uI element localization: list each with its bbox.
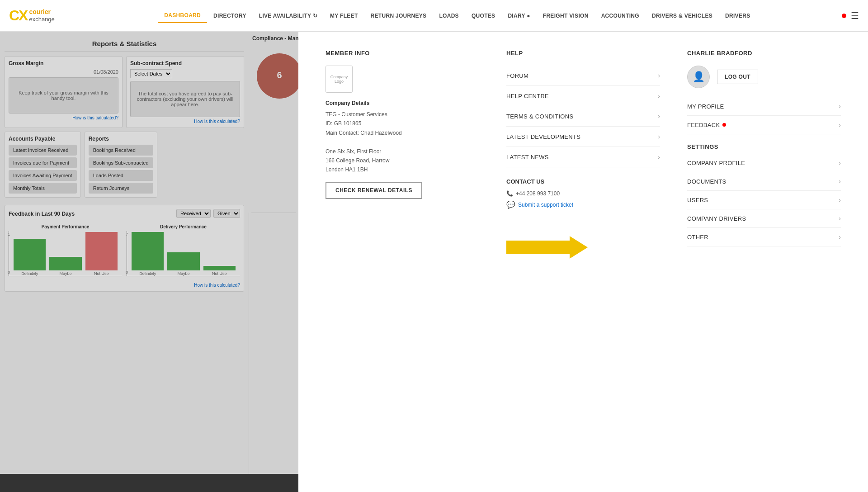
subcontract-calc[interactable]: How is this calculated? [130, 119, 240, 124]
gross-margin-section: Gross Margin 01/08/2020 Keep track of yo… [5, 56, 123, 128]
feedback-title: Feedback in Last 90 Days [9, 211, 75, 217]
nav-accounting[interactable]: ACCOUNTING [595, 9, 646, 23]
dropdown-overlay: MEMBER INFO Company Logo Company Details… [298, 32, 868, 492]
company-drivers-label: COMPANY DRIVERS [687, 215, 746, 222]
phone-number: +44 208 993 7100 [516, 190, 560, 197]
gross-margin-date: 01/08/2020 [9, 69, 118, 75]
company-profile-item[interactable]: COMPANY PROFILE › [687, 154, 841, 172]
accounts-payable-section: Accounts Payable Latest Invoices Receive… [5, 132, 81, 198]
support-ticket-link[interactable]: Submit a support ticket [518, 202, 573, 208]
nav-drivers-vehicles[interactable]: DRIVERS & VEHICLES [646, 9, 719, 23]
select-dates-dropdown[interactable]: Select Dates [130, 69, 172, 78]
help-title: HELP [506, 50, 660, 57]
reports-label: Reports [89, 136, 153, 142]
delivery-chart-title: Delivery Performance [127, 224, 240, 229]
monthly-totals-btn[interactable]: Monthly Totals [9, 183, 77, 194]
other-chevron: › [839, 233, 841, 241]
nav-my-fleet[interactable]: MY FLEET [324, 9, 364, 23]
my-profile-item[interactable]: MY PROFILE › [687, 97, 841, 116]
help-centre-item[interactable]: HELP CENTRE › [506, 86, 660, 106]
phone-icon: 📞 [506, 190, 513, 197]
latest-news-label: LATEST NEWS [506, 154, 549, 161]
reports-title: Reports & Statistics [5, 36, 244, 52]
my-profile-label: MY PROFILE [687, 103, 724, 110]
nav-right: ☰ [842, 10, 859, 21]
latest-news-chevron: › [658, 153, 660, 161]
company-drivers-chevron: › [839, 215, 841, 222]
bar-notuse-delivery: Not Use [203, 266, 236, 276]
nav-quotes[interactable]: QUOTES [465, 9, 501, 23]
member-info-column: MEMBER INFO Company Logo Company Details… [326, 50, 479, 474]
nav-drivers[interactable]: DRIVERS [719, 9, 756, 23]
help-centre-label: HELP CENTRE [506, 93, 549, 99]
nav-live-availability[interactable]: LIVE AVAILABILITY ↻ [253, 9, 324, 23]
nav-dashboard[interactable]: DASHBOARD [158, 9, 207, 23]
ticket-icon: 💬 [506, 200, 515, 209]
nav-loads[interactable]: LOADS [433, 9, 465, 23]
my-profile-chevron: › [839, 103, 841, 110]
big-arrow [506, 236, 660, 259]
latest-news-item[interactable]: LATEST NEWS › [506, 147, 660, 167]
feedback-received-select[interactable]: Received [176, 209, 211, 218]
member-info-title: MEMBER INFO [326, 50, 479, 57]
bar-maybe-payment: Maybe [49, 257, 81, 276]
arrow-head [570, 236, 588, 259]
gross-margin-label: Gross Margin [9, 60, 118, 66]
hamburger-icon[interactable]: ☰ [851, 10, 859, 21]
company-logo: Company Logo [326, 66, 353, 93]
top-nav: CX courier exchange DASHBOARD DIRECTORY … [0, 0, 868, 32]
latest-dev-item[interactable]: LATEST DEVELOPMENTS › [506, 127, 660, 147]
arrow-container [506, 236, 660, 259]
invoices-awaiting-btn[interactable]: Invoices Awaiting Payment [9, 170, 77, 181]
user-section-title: CHARLIE BRADFORD [687, 50, 841, 57]
nav-diary[interactable]: DIARY ● [501, 9, 536, 23]
feedback-calc-link[interactable]: How is this calculated? [9, 283, 240, 288]
company-details-text: TEG - Customer Services ID: GB 101865 Ma… [326, 110, 479, 175]
forum-chevron: › [658, 72, 660, 79]
gross-margin-box: Keep track of your gross margin with thi… [9, 77, 118, 114]
users-item[interactable]: USERS › [687, 191, 841, 209]
invoices-due-btn[interactable]: Invoices due for Payment [9, 157, 77, 168]
help-centre-chevron: › [658, 92, 660, 99]
gross-margin-calc[interactable]: How is this calculated? [9, 115, 118, 120]
svg-text:6: 6 [277, 70, 282, 80]
terms-item[interactable]: TERMS & CONDITIONS › [506, 106, 660, 127]
latest-invoices-btn[interactable]: Latest Invoices Received [9, 145, 77, 156]
terms-chevron: › [658, 113, 660, 120]
nav-directory[interactable]: DIRECTORY [207, 9, 253, 23]
documents-chevron: › [839, 178, 841, 185]
bar-definitely-delivery: Definitely [132, 232, 164, 276]
company-drivers-item[interactable]: COMPANY DRIVERS › [687, 209, 841, 228]
forum-label: FORUM [506, 72, 528, 79]
feedback-item[interactable]: FEEDBACK › [687, 116, 841, 134]
company-details-title: Company Details [326, 100, 479, 106]
user-header: 👤 LOG OUT [687, 66, 841, 88]
forum-item[interactable]: FORUM › [506, 66, 660, 86]
other-label: OTHER [687, 234, 708, 241]
users-chevron: › [839, 196, 841, 203]
renewal-btn[interactable]: CHECK RENEWAL DETAILS [326, 182, 422, 199]
documents-item[interactable]: DOCUMENTS › [687, 172, 841, 191]
logout-btn[interactable]: LOG OUT [717, 70, 758, 84]
nav-return-journeys[interactable]: RETURN JOURNEYS [364, 9, 433, 23]
loads-posted-btn[interactable]: Loads Posted [89, 170, 153, 181]
delivery-chart: Delivery Performance 7 0 Definitely Mayb… [127, 224, 240, 281]
company-profile-label: COMPANY PROFILE [687, 160, 745, 166]
feedback-given-select[interactable]: Given [213, 209, 240, 218]
user-avatar: 👤 [687, 66, 710, 88]
latest-dev-chevron: › [658, 133, 660, 140]
feedback-chevron: › [839, 121, 841, 128]
other-item[interactable]: OTHER › [687, 228, 841, 246]
bookings-subcontracted-btn[interactable]: Bookings Sub-contracted [89, 157, 153, 168]
bar-maybe-delivery: Maybe [167, 252, 199, 276]
logo-cx: CX [9, 7, 27, 24]
bar-notuse-payment: Not Use [85, 232, 118, 276]
latest-dev-label: LATEST DEVELOPMENTS [506, 133, 580, 140]
bookings-received-btn[interactable]: Bookings Received [89, 145, 153, 156]
return-journeys-btn[interactable]: Return Journeys [89, 183, 153, 194]
feedback-label: FEEDBACK [687, 122, 726, 128]
contact-us-title: CONTACT US [506, 178, 660, 185]
arrow-body [506, 241, 570, 254]
avatar-icon: 👤 [693, 71, 705, 83]
nav-freight-vision[interactable]: FREIGHT VISION [537, 9, 595, 23]
